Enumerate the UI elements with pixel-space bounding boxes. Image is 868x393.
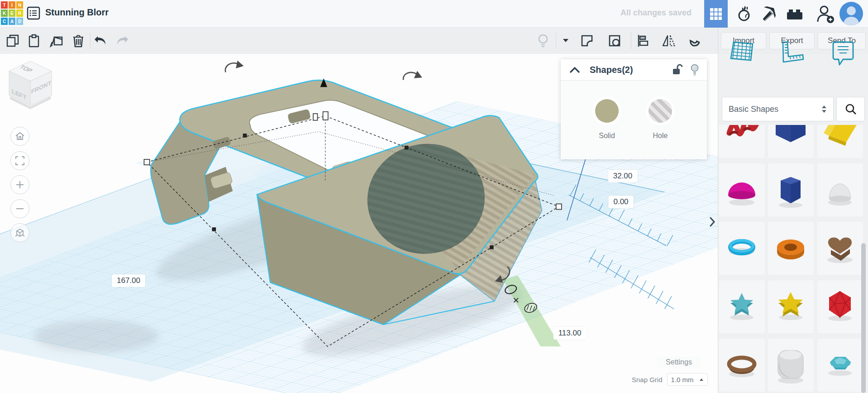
logo-tile: I	[9, 1, 15, 9]
fit-view-button[interactable]	[10, 151, 29, 170]
duplicate-button[interactable]	[47, 31, 67, 51]
copy-button[interactable]	[3, 31, 23, 51]
shapes-library-panel: Import Export Send To Basic Shapes	[718, 28, 868, 393]
minecraft-export-button[interactable]	[756, 0, 781, 28]
home-view-button[interactable]	[10, 127, 29, 146]
panel-collapse-button[interactable]	[709, 217, 716, 229]
logo-tile: R	[16, 10, 23, 17]
lego-brick-icon	[786, 7, 804, 21]
edge-handle[interactable]	[490, 245, 494, 249]
object-shadow	[33, 320, 158, 353]
undo-button[interactable]	[91, 31, 110, 51]
hint-bulb-icon[interactable]	[691, 64, 699, 76]
scale-handle[interactable]	[556, 204, 562, 209]
notes-tool[interactable]	[830, 40, 855, 67]
hole-label: Hole	[649, 132, 672, 140]
logo-tile: E	[9, 10, 15, 17]
search-icon	[844, 103, 857, 115]
invite-collaborator-button[interactable]	[811, 0, 839, 28]
toolbar-divider	[631, 33, 631, 49]
shape-item-star[interactable]	[719, 280, 765, 333]
hint-dropdown-caret[interactable]	[556, 31, 576, 51]
workplane-tool[interactable]	[729, 40, 755, 66]
logo-tile: C	[1, 18, 8, 25]
edge-handle[interactable]	[405, 146, 409, 150]
logo-tile: K	[1, 10, 8, 17]
shape-item-tube[interactable]	[768, 222, 814, 275]
sim-lab-apple-icon	[736, 6, 752, 22]
ruler-tool[interactable]	[779, 40, 805, 67]
delete-button[interactable]	[68, 31, 88, 51]
dimension-depth[interactable]: 113.00	[553, 327, 587, 340]
shape-item-torus-thin[interactable]	[719, 222, 765, 275]
dimension-elevation[interactable]: 0.00	[608, 196, 633, 208]
shape-item-half-sphere[interactable]	[719, 163, 765, 216]
edge-handle[interactable]	[212, 227, 216, 231]
shape-item-icosahedron[interactable]	[817, 280, 863, 333]
notes-hint-button[interactable]	[533, 31, 553, 51]
sim-lab-button[interactable]	[731, 0, 756, 28]
shape-item-scribble[interactable]	[719, 125, 765, 158]
perspective-toggle-button[interactable]	[10, 223, 29, 242]
dimension-height[interactable]: 32.00	[608, 170, 638, 182]
dimension-width[interactable]: 167.00	[112, 274, 145, 287]
search-button[interactable]	[836, 97, 865, 121]
pickaxe-icon	[760, 5, 777, 23]
snap-grid-dropdown[interactable]: 1.0 mm	[667, 373, 708, 386]
shape-item-star5[interactable]	[768, 280, 814, 333]
inspector-title: Shapes(2)	[590, 65, 633, 75]
category-select[interactable]: Basic Shapes	[722, 97, 834, 121]
edge-handle[interactable]	[243, 134, 247, 138]
solid-swatch[interactable]	[595, 99, 619, 123]
mirror-button[interactable]	[659, 31, 679, 51]
view-3d-button[interactable]	[704, 0, 728, 28]
zoom-out-button[interactable]	[10, 199, 29, 218]
design-canvas[interactable]: 167.00 32.00 0.00 113.00 TOP LEFT FRONT …	[0, 54, 718, 393]
view-cube[interactable]: TOP LEFT FRONT	[5, 58, 55, 113]
shape-item-dice[interactable]	[768, 339, 814, 392]
snap-grid-value: 1.0 mm	[671, 376, 694, 383]
unlock-icon[interactable]	[672, 64, 682, 76]
shape-item-gem[interactable]	[817, 339, 863, 392]
scale-handle[interactable]	[323, 112, 328, 120]
avatar-person-icon	[839, 2, 863, 25]
scale-handle[interactable]	[313, 114, 317, 120]
shape-item-ring[interactable]	[719, 339, 765, 392]
shape-item-paraboloid[interactable]	[817, 163, 863, 216]
gallery-scrollbar[interactable]	[861, 243, 866, 393]
logo-tile: T	[1, 1, 8, 9]
zoom-in-button[interactable]	[10, 175, 29, 194]
user-avatar[interactable]	[839, 2, 863, 25]
save-status: All changes saved	[620, 8, 692, 18]
snap-grid-label: Snap Grid	[632, 376, 663, 383]
solid-label: Solid	[595, 132, 619, 140]
add-person-icon	[816, 5, 835, 24]
shape-item-box[interactable]	[768, 125, 814, 158]
paste-button[interactable]	[24, 31, 44, 51]
shape-gallery	[718, 125, 868, 393]
caret-up-icon	[699, 378, 704, 381]
hole-mode-icon[interactable]	[605, 31, 625, 51]
scale-handle[interactable]	[144, 159, 149, 165]
grid-settings-button[interactable]: Settings	[657, 356, 701, 368]
shape-item-roof[interactable]	[817, 125, 863, 158]
collapse-panel-icon[interactable]	[570, 67, 580, 73]
snap-magnet-button[interactable]	[684, 31, 704, 51]
shape-item-heart[interactable]	[817, 222, 863, 275]
solid-mode-icon[interactable]	[577, 31, 597, 51]
tinkercad-logo[interactable]: T I N K E R C A D	[1, 1, 23, 26]
hole-swatch[interactable]	[649, 99, 672, 123]
grid-icon	[710, 8, 722, 20]
logo-tile: A	[9, 18, 15, 25]
align-button[interactable]	[633, 31, 653, 51]
category-value: Basic Shapes	[729, 105, 778, 114]
design-menu-icon[interactable]	[27, 6, 40, 22]
top-bar: T I N K E R C A D Stunning Blorr All cha…	[0, 0, 868, 28]
shape-item-polygon[interactable]	[768, 163, 814, 216]
redo-button[interactable]	[112, 31, 132, 51]
design-title[interactable]: Stunning Blorr	[45, 7, 109, 18]
inspector-panel: Shapes(2) Solid Hole	[561, 59, 707, 159]
logo-tile: D	[16, 18, 23, 25]
bricks-export-button[interactable]	[781, 0, 808, 28]
logo-tile: N	[16, 1, 23, 9]
